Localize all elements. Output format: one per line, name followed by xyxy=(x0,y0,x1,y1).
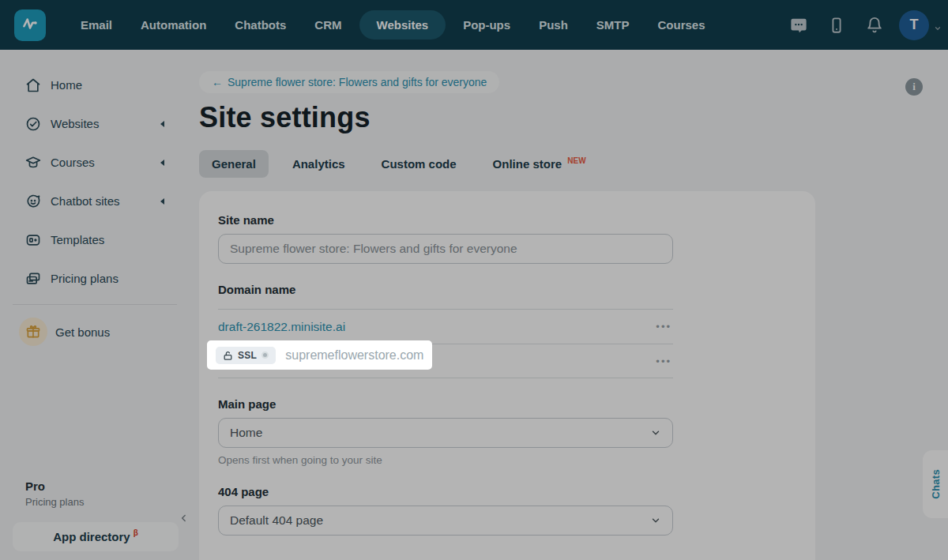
nav-email[interactable]: Email xyxy=(70,11,123,39)
templates-icon xyxy=(25,232,41,248)
nav-courses[interactable]: Courses xyxy=(646,11,716,39)
ssl-badge: SSL xyxy=(216,347,276,364)
avatar: T xyxy=(899,10,929,40)
chat-messages-icon[interactable] xyxy=(790,17,807,34)
plan-name: Pro xyxy=(25,479,84,493)
tab-online-store[interactable]: Online store NEW xyxy=(480,150,599,178)
site-name-input[interactable] xyxy=(218,234,673,264)
sidebar-item-label: Templates xyxy=(51,233,186,246)
nav-push[interactable]: Push xyxy=(528,11,579,39)
sidebar-divider xyxy=(13,304,177,305)
domain-name-label: Domain name xyxy=(218,283,796,296)
pricing-cards-icon xyxy=(25,271,41,287)
gift-icon xyxy=(25,324,41,340)
nav-websites[interactable]: Websites xyxy=(359,10,446,39)
breadcrumb-back-link[interactable]: ← Supreme flower store: Flowers and gift… xyxy=(199,71,499,93)
custom-domain-text[interactable]: supremeflowerstore.com xyxy=(285,348,423,363)
nav-crm[interactable]: CRM xyxy=(303,11,352,39)
draft-domain-link[interactable]: draft-261822.minisite.ai xyxy=(218,320,654,334)
tab-custom-code[interactable]: Custom code xyxy=(369,150,469,178)
collapse-arrow-icon xyxy=(160,198,164,205)
sidebar-item-home[interactable]: Home xyxy=(0,66,199,104)
collapse-arrow-icon xyxy=(160,121,164,127)
sidebar-item-courses[interactable]: Courses xyxy=(0,143,199,182)
main-page-hint: Opens first when going to your site xyxy=(218,454,796,466)
breadcrumb-label: Supreme flower store: Flowers and gifts … xyxy=(228,76,487,88)
settings-tabs: General Analytics Custom code Online sto… xyxy=(199,150,599,178)
page-404-select[interactable]: Default 404 page xyxy=(218,506,673,536)
main-page-label: Main page xyxy=(218,397,796,411)
sidebar-item-label: Pricing plans xyxy=(51,272,186,285)
account-menu[interactable]: T xyxy=(899,10,942,40)
topbar: Email Automation Chatbots CRM Websites P… xyxy=(0,0,948,50)
topbar-icons xyxy=(790,17,883,34)
chevron-down-icon xyxy=(650,515,661,526)
more-menu-icon[interactable]: ••• xyxy=(654,318,673,336)
nav-chatbots[interactable]: Chatbots xyxy=(224,11,297,39)
tutorial-spotlight-ssl-domain: SSL supremeflowerstore.com xyxy=(207,340,432,370)
notifications-bell-icon[interactable] xyxy=(866,17,883,34)
sidebar-item-websites[interactable]: Websites xyxy=(0,104,199,143)
pulse-icon xyxy=(20,13,40,37)
app-directory-label: App directory xyxy=(53,530,130,543)
tab-analytics[interactable]: Analytics xyxy=(280,150,358,178)
collapse-arrow-icon xyxy=(160,160,164,166)
graduation-cap-icon xyxy=(25,155,41,171)
gift-icon-badge xyxy=(19,318,47,346)
beta-mark: β xyxy=(134,528,138,537)
nav-smtp[interactable]: SMTP xyxy=(585,11,641,39)
page-title: Site settings xyxy=(199,101,371,134)
mobile-app-icon[interactable] xyxy=(828,17,845,34)
sidebar-item-label: Chatbot sites xyxy=(51,194,160,208)
sidebar-item-chatbot-sites[interactable]: Chatbot sites xyxy=(0,182,199,220)
ssl-status-dot xyxy=(261,351,269,359)
sidebar-item-label: Home xyxy=(51,78,186,92)
main-content: ← Supreme flower store: Flowers and gift… xyxy=(199,50,948,560)
top-navigation: Email Automation Chatbots CRM Websites P… xyxy=(70,10,717,39)
sidebar-item-pricing-plans[interactable]: Pricing plans xyxy=(0,259,199,298)
more-menu-icon[interactable]: ••• xyxy=(654,352,673,370)
sidebar-item-templates[interactable]: Templates xyxy=(0,220,199,259)
tab-general[interactable]: General xyxy=(199,150,269,178)
avatar-initial: T xyxy=(910,17,919,33)
nav-automation[interactable]: Automation xyxy=(130,11,217,39)
tab-online-store-label: Online store xyxy=(493,157,562,171)
websites-check-icon xyxy=(25,116,41,132)
settings-card: Site name Domain name draft-261822.minis… xyxy=(199,191,815,560)
page-404-value: Default 404 page xyxy=(230,513,650,528)
site-name-label: Site name xyxy=(218,213,796,227)
sidebar: Home Websites Courses Chatbot sites xyxy=(0,50,199,560)
plan-pricing-link[interactable]: Pricing plans xyxy=(25,496,84,508)
get-bonus-label: Get bonus xyxy=(55,325,186,339)
nav-popups[interactable]: Pop-ups xyxy=(452,11,521,39)
chevron-down-icon xyxy=(650,427,661,438)
home-icon xyxy=(25,77,41,93)
sidebar-item-get-bonus[interactable]: Get bonus xyxy=(0,311,199,352)
main-page-select[interactable]: Home xyxy=(218,418,673,448)
info-glyph: i xyxy=(912,81,916,93)
sidebar-item-label: Websites xyxy=(51,117,160,130)
back-arrow-icon: ← xyxy=(212,76,223,88)
domain-row-draft: draft-261822.minisite.ai ••• xyxy=(218,309,673,344)
new-badge: NEW xyxy=(567,156,585,165)
chevron-down-icon xyxy=(934,21,942,29)
info-icon[interactable]: i xyxy=(905,78,923,96)
sidebar-item-label: Courses xyxy=(51,156,160,169)
sidebar-menu: Home Websites Courses Chatbot sites xyxy=(0,50,199,298)
plan-block: Pro Pricing plans xyxy=(25,479,84,508)
page-404-label: 404 page xyxy=(218,485,796,498)
app-logo[interactable] xyxy=(14,9,46,41)
sidebar-collapse-chevron-icon[interactable] xyxy=(179,513,190,524)
chats-side-tab[interactable]: Chats xyxy=(923,450,948,518)
chat-bubble-face-icon xyxy=(25,194,41,209)
main-page-value: Home xyxy=(230,426,650,440)
ssl-label: SSL xyxy=(238,350,257,361)
chats-tab-label: Chats xyxy=(930,469,942,499)
app-directory-button[interactable]: App directory β xyxy=(13,522,179,551)
lock-open-icon xyxy=(223,350,233,360)
